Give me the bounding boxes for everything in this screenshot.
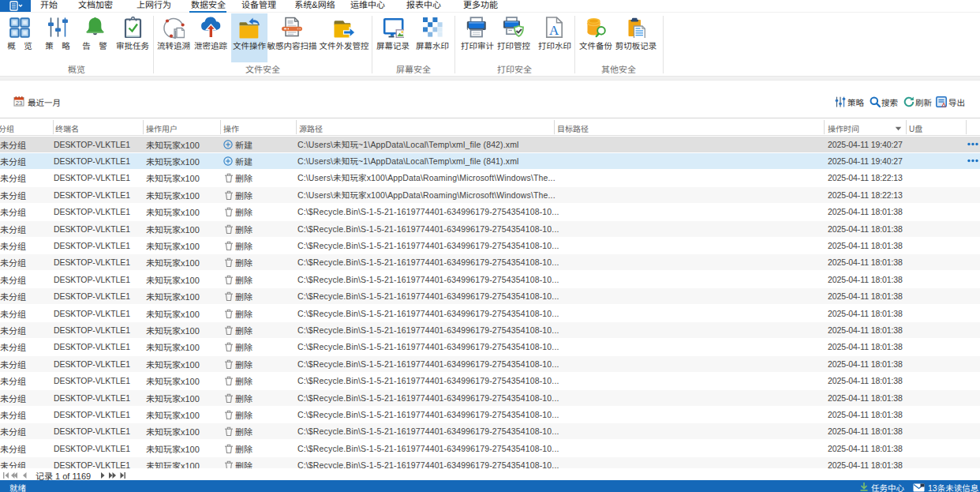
svg-text:23: 23	[16, 100, 23, 107]
svg-text:A: A	[549, 23, 559, 38]
